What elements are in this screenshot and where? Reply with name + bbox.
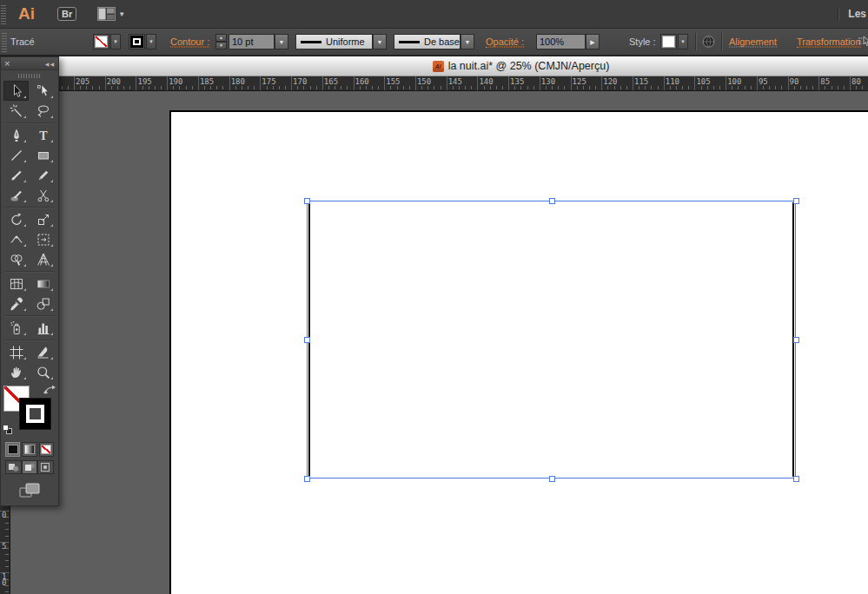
- document-setup-globe-icon[interactable]: [702, 36, 715, 49]
- stroke-profile-select[interactable]: Uniforme: [295, 34, 373, 50]
- ruler-minor-tick: [832, 86, 832, 89]
- appbar-gripper[interactable]: [1, 3, 6, 24]
- transformation-link[interactable]: Transformation: [797, 36, 861, 48]
- document-title: la nuit.ai* @ 25% (CMJN/Aperçu): [448, 60, 610, 72]
- stroke-color-swatch[interactable]: [129, 34, 145, 50]
- scale-icon: [36, 212, 51, 228]
- tools-panel-header[interactable]: × ◀◀: [1, 57, 58, 70]
- tool-direct-selection[interactable]: [30, 81, 56, 101]
- style-dropdown[interactable]: ▼: [678, 34, 688, 50]
- ruler-major-tick: [818, 76, 819, 90]
- stroke-width-input[interactable]: [229, 34, 275, 50]
- stroke-swatch-dropdown[interactable]: ▼: [146, 34, 156, 50]
- screen-mode-button[interactable]: [18, 481, 41, 500]
- draw-normal-button[interactable]: [5, 460, 22, 474]
- stepper-down-icon[interactable]: ▼: [215, 42, 227, 50]
- selection-handle[interactable]: [793, 476, 799, 482]
- selection-handle[interactable]: [793, 198, 799, 204]
- draw-inside-button[interactable]: [37, 460, 54, 474]
- gradient-button[interactable]: [22, 442, 36, 457]
- tool-blend[interactable]: [30, 294, 56, 314]
- tool-zoom[interactable]: [30, 362, 56, 382]
- selection-handle[interactable]: [304, 198, 310, 204]
- bridge-button[interactable]: Br: [57, 7, 76, 21]
- none-button[interactable]: [39, 442, 54, 457]
- workspace-name[interactable]: Les: [848, 8, 866, 20]
- tool-gradient[interactable]: [30, 274, 56, 294]
- tool-divider: [5, 340, 54, 340]
- selection-handle[interactable]: [304, 337, 310, 343]
- tool-column-graph[interactable]: [30, 318, 56, 338]
- ruler-minor-tick: [738, 86, 739, 89]
- tool-slice[interactable]: [30, 342, 56, 362]
- selection-handle[interactable]: [549, 198, 555, 204]
- stepper-up-icon[interactable]: ▲: [215, 34, 227, 42]
- tool-width-tool[interactable]: [3, 229, 29, 249]
- tool-hand[interactable]: [3, 362, 29, 382]
- tool-scale[interactable]: [30, 209, 56, 229]
- tool-eyedropper[interactable]: [3, 294, 29, 314]
- chevron-down-icon: ▼: [118, 10, 125, 18]
- stroke-profile-dropdown[interactable]: ▼: [373, 34, 387, 50]
- select-similar-icon[interactable]: [857, 35, 868, 49]
- tool-perspective-grid[interactable]: [30, 249, 56, 269]
- brush-dropdown[interactable]: ▼: [461, 34, 474, 50]
- tool-rotate[interactable]: [3, 209, 29, 229]
- ruler-minor-tick: [192, 86, 193, 89]
- tool-lasso[interactable]: [30, 101, 56, 121]
- panel-close-button[interactable]: ×: [4, 59, 10, 68]
- alignement-link[interactable]: Alignement: [729, 36, 777, 48]
- tool-paintbrush[interactable]: [3, 165, 29, 185]
- tool-scissors[interactable]: [30, 185, 56, 205]
- stroke-swatch[interactable]: [19, 398, 51, 430]
- tool-shape-builder[interactable]: [3, 249, 29, 269]
- brush-select[interactable]: De base: [394, 34, 461, 50]
- style-swatch[interactable]: [660, 34, 677, 50]
- ruler-minor-tick: [651, 86, 652, 89]
- color-button[interactable]: [5, 442, 20, 457]
- tool-symbol-sprayer[interactable]: [3, 318, 29, 338]
- document-tab[interactable]: Ai la nuit.ai* @ 25% (CMJN/Aperçu): [0, 56, 868, 76]
- opacity-input[interactable]: [536, 34, 586, 50]
- selection-bounding-box[interactable]: [307, 201, 796, 478]
- ruler-minor-tick: [310, 86, 311, 89]
- swap-fill-stroke-icon[interactable]: [43, 385, 56, 396]
- workspace-switcher[interactable]: ▼: [97, 7, 125, 21]
- ruler-minor-tick: [5, 566, 9, 567]
- tool-rectangle[interactable]: [30, 145, 56, 165]
- tool-pencil[interactable]: [30, 165, 56, 185]
- selection-handle[interactable]: [549, 476, 555, 482]
- tool-artboard[interactable]: [3, 342, 29, 362]
- tool-selection[interactable]: [3, 81, 29, 101]
- opacity-link[interactable]: Opacité :: [486, 36, 524, 48]
- stroke-width-dropdown[interactable]: ▼: [275, 34, 288, 50]
- ruler-minor-tick: [614, 86, 615, 89]
- tool-magic-wand[interactable]: [3, 101, 29, 121]
- control-bar: Tracé ▼ ▼ Contour : ▲▼ ▼ Uniforme ▼ De b…: [0, 29, 868, 56]
- column-graph-icon: [36, 320, 51, 336]
- selection-handle[interactable]: [304, 476, 310, 482]
- tool-type[interactable]: T: [30, 125, 56, 145]
- tool-blob-brush[interactable]: [3, 185, 29, 205]
- ruler-minor-tick: [514, 86, 515, 89]
- hand-icon: [9, 365, 24, 380]
- tool-pen[interactable]: [3, 125, 29, 145]
- fill-color-swatch[interactable]: [93, 34, 109, 50]
- selection-handle[interactable]: [793, 337, 799, 343]
- draw-behind-icon: [24, 462, 36, 472]
- panel-collapse-icon[interactable]: ◀◀: [45, 61, 55, 67]
- stroke-width-stepper[interactable]: ▲▼: [215, 34, 227, 50]
- panel-gripper[interactable]: [1, 70, 58, 81]
- tool-line-segment[interactable]: [3, 145, 29, 165]
- opacity-dropdown[interactable]: ▶: [586, 34, 600, 50]
- controlbar-gripper[interactable]: [2, 31, 7, 52]
- canvas-pasteboard[interactable]: 051 0: [0, 91, 868, 594]
- tool-free-transform[interactable]: [30, 229, 56, 249]
- fill-swatch-dropdown[interactable]: ▼: [110, 34, 121, 50]
- contour-link[interactable]: Contour :: [170, 36, 209, 48]
- ruler-minor-tick: [5, 554, 9, 555]
- default-fill-stroke-icon[interactable]: [3, 425, 13, 435]
- ruler-major-tick: [633, 76, 633, 90]
- tool-mesh[interactable]: [3, 274, 29, 294]
- draw-behind-button[interactable]: [22, 460, 38, 474]
